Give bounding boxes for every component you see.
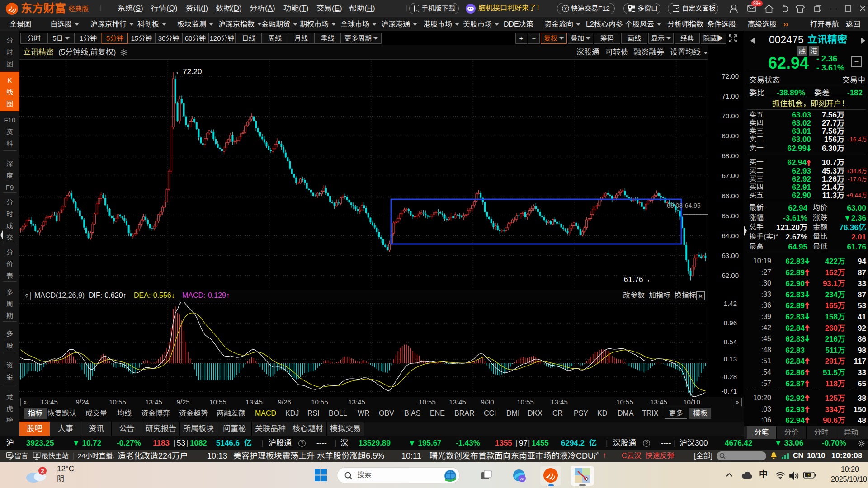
svg-text:?: ? <box>645 441 648 446</box>
svg-text:AI: AI <box>520 477 524 481</box>
svg-text:65.03-64.95: 65.03-64.95 <box>667 202 701 209</box>
svg-text:?: ? <box>301 441 303 446</box>
svg-text:¥: ¥ <box>564 6 567 11</box>
svg-text:61.76→: 61.76→ <box>624 275 651 284</box>
svg-text:←72.20: ←72.20 <box>175 67 202 76</box>
svg-text:2: 2 <box>41 468 44 474</box>
